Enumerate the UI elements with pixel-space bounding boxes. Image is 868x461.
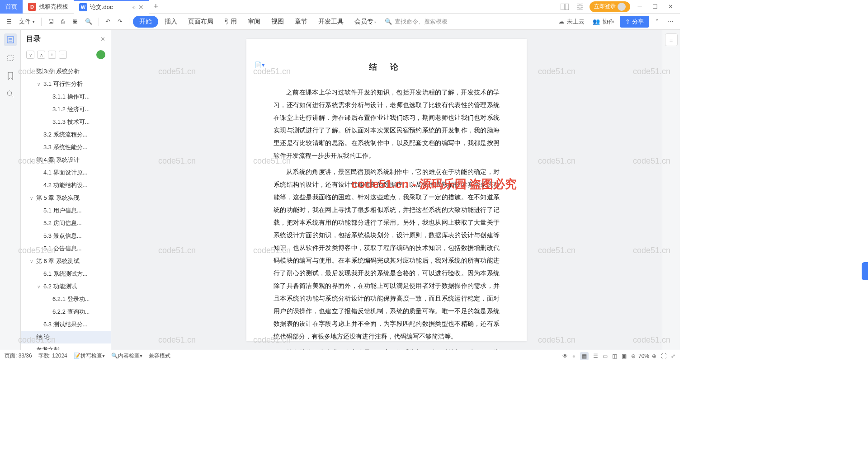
window-close-icon[interactable]: ✕ [665,1,676,13]
zoom-out-icon[interactable]: ⊖ [631,353,636,359]
view-web-icon[interactable]: ▭ [603,353,608,359]
redo-icon[interactable]: ↷ [115,16,125,27]
outline-item[interactable]: 6.2.2 查询功... [21,306,111,318]
outline-item[interactable]: ∨6.2 功能测试 [21,280,111,293]
collab-button[interactable]: 👥协作 [590,16,617,28]
zoom-level[interactable]: 70% [638,353,649,359]
outline-item[interactable]: 3.1.1 操作可... [21,90,111,103]
svg-rect-5 [581,8,583,10]
menu-start[interactable]: 开始 [133,16,158,28]
tab-document[interactable]: W 论文.doc ⟐ ✕ [74,0,149,14]
outline-item[interactable]: 5.3 景点信息... [21,230,111,242]
outline-sync-badge[interactable] [96,50,105,59]
outline-item[interactable]: 3.3 系统性能分... [21,141,111,154]
rail-search-icon[interactable] [4,88,17,100]
menu-devtools[interactable]: 开发工具 [314,16,348,28]
tab-home[interactable]: 首页 [0,0,23,14]
menu-review[interactable]: 审阅 [243,16,265,28]
outline-add[interactable]: + [48,51,56,59]
fit-page-icon[interactable]: ⛶ [661,353,666,359]
outline-item[interactable]: 3.1.3 技术可... [21,116,111,128]
outline-collapse-all[interactable]: ∨ [26,51,34,59]
chevron-icon: ∨ [30,69,34,74]
view-page-icon[interactable]: ▦ [580,352,589,360]
search-box[interactable]: 🔍查找命令、搜索模板 [382,16,450,28]
rail-outline-icon[interactable] [4,33,17,46]
find-icon[interactable]: 🔍 [82,16,95,27]
tab-add-button[interactable]: + [149,2,163,11]
outline-item[interactable]: 5.1 用户信息... [21,204,111,217]
share-button[interactable]: ⇧分享 [620,16,649,28]
outline-item[interactable]: 5.1 公告信息... [21,242,111,255]
outline-item[interactable]: 6.1 系统测试方... [21,268,111,280]
outline-item[interactable]: 参考文献 [21,343,111,350]
outline-item-label: 参考文献 [36,346,60,350]
status-eye-icon[interactable]: 👁 [562,353,568,359]
menu-insert[interactable]: 插入 [160,16,182,28]
outline-item[interactable]: ∨3.1 可行性分析 [21,78,111,90]
save-icon[interactable]: 🖫 [45,16,57,27]
doc-paragraph: 从文档的角度来讲，在完成景区民宿预约系统制作后，对其制作过程需要进行描述，包括如… [274,346,500,350]
menu-page-layout[interactable]: 页面布局 [184,16,218,28]
rail-bookmark-icon[interactable] [4,70,17,82]
page-format-icon[interactable]: 📄▾ [255,61,265,68]
outline-item-label: 3.1.3 技术可... [52,118,90,126]
apps-icon[interactable] [574,1,586,13]
layout-icon[interactable] [559,1,571,13]
outline-item[interactable]: ∨第 6 章 系统测试 [21,255,111,268]
tab-device-icon[interactable]: ⟐ [132,4,136,10]
outline-item-label: 5.1 公告信息... [43,245,82,253]
menu-view[interactable]: 视图 [267,16,288,28]
zoom-in-icon[interactable]: ⊕ [652,353,656,359]
view-focus-icon[interactable]: ▣ [622,353,627,359]
hamburger-icon[interactable]: ☰ [4,16,14,27]
outline-item[interactable]: 6.3 测试结果分... [21,318,111,331]
outline-item-label: 6.2.1 登录功... [52,295,90,303]
status-compat[interactable]: 兼容模式 [149,352,170,360]
file-menu[interactable]: 文件▾ [16,16,38,28]
login-button[interactable]: 立即登录 [590,1,630,12]
outline-item-label: 5.3 景点信息... [43,232,82,240]
outline-item[interactable]: 3.2 系统流程分... [21,128,111,141]
collapse-ribbon-icon[interactable]: ⌃ [652,16,662,27]
menu-member[interactable]: 会员专› [350,16,380,28]
print-preview-icon[interactable]: ⎙ [58,16,67,27]
outline-item-label: 6.2 功能测试 [43,282,77,291]
outline-item[interactable]: 结 论 [21,331,111,343]
window-minimize-icon[interactable]: ─ [634,1,646,13]
document-area[interactable]: 📄▾ 结 论 之前在课本上学习过软件开发的知识，包括开发流程的了解，开发技术的学… [111,30,662,350]
more-icon[interactable]: ⋯ [665,16,676,27]
tab-template-label: 找稻壳模板 [39,3,68,11]
window-maximize-icon[interactable]: ☐ [649,1,661,13]
svg-rect-3 [581,4,583,6]
menu-chapter[interactable]: 章节 [290,16,312,28]
svg-rect-2 [577,4,579,6]
menu-references[interactable]: 引用 [220,16,241,28]
cloud-status[interactable]: ☁未上云 [556,16,587,28]
status-words[interactable]: 字数: 12024 [38,352,67,360]
outline-item[interactable]: 5.2 房间信息... [21,217,111,230]
outline-remove[interactable]: − [59,51,67,59]
outline-item[interactable]: 6.2.1 登录功... [21,293,111,306]
chevron-icon: ∨ [30,259,34,264]
outline-close-icon[interactable]: ✕ [100,36,105,42]
outline-item[interactable]: ∨第 3 章 系统分析 [21,65,111,78]
rail-select-icon[interactable] [4,52,17,64]
outline-expand-all[interactable]: ∧ [37,51,45,59]
undo-icon[interactable]: ↶ [103,16,113,27]
status-content-check[interactable]: 🔍内容检查▾ [111,352,142,360]
right-panel-toggle[interactable]: ≡ [665,33,678,46]
tab-close-icon[interactable]: ✕ [138,4,144,11]
fullscreen-icon[interactable]: ⤢ [671,353,675,359]
outline-item[interactable]: 3.1.2 经济可... [21,103,111,116]
print-icon[interactable]: 🖶 [69,16,80,27]
tab-template[interactable]: D 找稻壳模板 [23,0,74,14]
view-outline-icon[interactable]: ☰ [593,353,598,359]
view-read-icon[interactable]: ◫ [612,353,617,359]
status-page[interactable]: 页面: 33/36 [5,352,32,360]
outline-item[interactable]: 4.2 功能结构设... [21,179,111,192]
outline-item[interactable]: ∨第 5 章 系统实现 [21,192,111,204]
outline-item[interactable]: 4.1 界面设计原... [21,166,111,179]
outline-item[interactable]: ∨第 4 章 系统设计 [21,154,111,166]
status-spell[interactable]: 📝拼写检查▾ [74,352,105,360]
